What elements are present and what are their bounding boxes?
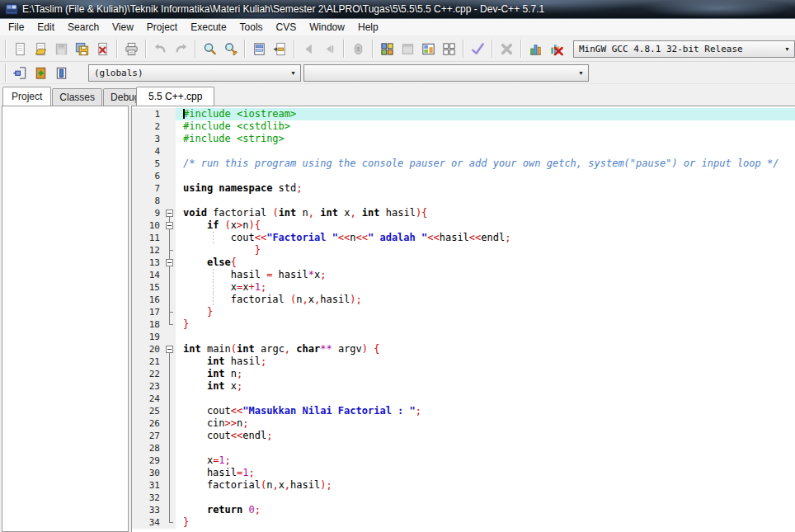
code-editor[interactable]: 1#include <iostream>2#include <cstdlib>3… bbox=[131, 106, 795, 532]
delete-profiling-button[interactable] bbox=[546, 39, 567, 59]
code-text[interactable]: hasil = hasil*x; bbox=[176, 269, 795, 281]
code-text[interactable] bbox=[176, 145, 795, 158]
code-text[interactable]: int x; bbox=[176, 380, 795, 393]
fold-marker[interactable] bbox=[164, 343, 176, 355]
code-text[interactable]: x=1; bbox=[176, 454, 795, 467]
code-text[interactable]: factorial(n,x,hasil); bbox=[176, 479, 795, 492]
replace-button[interactable] bbox=[220, 39, 241, 59]
profile-button[interactable] bbox=[525, 39, 546, 59]
line-number: 19 bbox=[132, 331, 164, 343]
fold-column bbox=[164, 281, 176, 294]
code-text[interactable]: } bbox=[176, 318, 795, 331]
code-text[interactable]: if (x>n){ bbox=[176, 219, 795, 232]
editor-tab[interactable]: 5.5 C++.cpp bbox=[136, 87, 214, 106]
code-text[interactable] bbox=[176, 442, 795, 454]
save-all-button[interactable] bbox=[72, 39, 92, 59]
line-number: 17 bbox=[132, 306, 164, 318]
forward-button[interactable] bbox=[319, 39, 340, 59]
new-source-button[interactable] bbox=[10, 63, 31, 83]
line-number: 3 bbox=[132, 133, 164, 145]
open-file-button[interactable] bbox=[31, 39, 51, 59]
compiler-select[interactable]: MinGW GCC 4.8.1 32-bit Release ▼ bbox=[573, 40, 795, 58]
code-text[interactable] bbox=[176, 331, 795, 343]
code-line: 22 int n; bbox=[132, 368, 795, 380]
class-browser-member-select[interactable]: ▼ bbox=[303, 64, 589, 82]
menu-execute[interactable]: Execute bbox=[184, 19, 233, 35]
code-text[interactable]: /* run this program using the console pa… bbox=[176, 158, 795, 170]
code-text[interactable]: } bbox=[176, 306, 795, 318]
syntax-check-button[interactable] bbox=[468, 39, 488, 59]
remove-from-project-button[interactable] bbox=[51, 63, 72, 83]
menu-edit[interactable]: Edit bbox=[31, 19, 61, 35]
redo-button[interactable] bbox=[171, 39, 191, 59]
line-number: 5 bbox=[132, 158, 164, 170]
code-text[interactable] bbox=[176, 195, 795, 207]
menu-file[interactable]: File bbox=[2, 19, 31, 35]
tab-project[interactable]: Project bbox=[2, 87, 51, 106]
goto-line-icon bbox=[252, 41, 267, 57]
tab-classes[interactable]: Classes bbox=[52, 88, 102, 106]
code-text[interactable]: using namespace std; bbox=[176, 182, 795, 195]
abort-button[interactable] bbox=[496, 39, 517, 59]
fold-column bbox=[164, 368, 176, 380]
new-file-button[interactable] bbox=[10, 39, 31, 59]
close-file-button[interactable] bbox=[92, 39, 113, 59]
code-text[interactable]: } bbox=[176, 244, 795, 257]
code-text[interactable]: #include <iostream> bbox=[176, 108, 795, 120]
menu-view[interactable]: View bbox=[106, 19, 140, 35]
find-button[interactable] bbox=[200, 39, 220, 59]
compile-run-button[interactable] bbox=[418, 39, 439, 59]
add-to-project-button[interactable] bbox=[31, 63, 51, 83]
code-text[interactable]: else{ bbox=[176, 257, 795, 269]
print-icon bbox=[124, 41, 139, 57]
debug-button[interactable] bbox=[348, 39, 369, 59]
code-text[interactable]: return 0; bbox=[176, 504, 795, 516]
code-text[interactable]: cin>>n; bbox=[176, 417, 795, 430]
code-text[interactable]: x=x+1; bbox=[176, 281, 795, 294]
line-number: 33 bbox=[132, 504, 164, 516]
code-text[interactable]: #include <cstdlib> bbox=[176, 120, 795, 133]
fold-column bbox=[164, 417, 176, 430]
menu-window[interactable]: Window bbox=[303, 19, 351, 35]
fold-column bbox=[164, 120, 176, 133]
code-text[interactable] bbox=[176, 170, 795, 182]
code-text[interactable]: int n; bbox=[176, 368, 795, 380]
code-text[interactable]: } bbox=[176, 516, 795, 529]
code-text[interactable]: hasil=1; bbox=[176, 467, 795, 479]
menu-cvs[interactable]: CVS bbox=[270, 19, 303, 35]
code-text[interactable]: cout<<endl; bbox=[176, 430, 795, 442]
toolbar-separator bbox=[372, 40, 374, 58]
code-text[interactable] bbox=[176, 393, 795, 405]
undo-button[interactable] bbox=[150, 39, 171, 59]
code-line: 32 bbox=[132, 492, 795, 504]
fold-marker[interactable] bbox=[164, 219, 176, 232]
print-button[interactable] bbox=[121, 39, 142, 59]
goto-line-button[interactable] bbox=[249, 39, 270, 59]
debug-icon bbox=[350, 41, 366, 57]
class-browser-scope-select[interactable]: (globals) ▼ bbox=[88, 64, 301, 82]
menu-search[interactable]: Search bbox=[61, 19, 106, 35]
code-text[interactable]: factorial (n,x,hasil); bbox=[176, 294, 795, 306]
code-text[interactable]: cout<<"Masukkan Nilai Factorial : "; bbox=[176, 405, 795, 417]
code-text[interactable]: cout<<"Factorial "<<n<<" adalah "<<hasil… bbox=[176, 232, 795, 244]
save-button[interactable] bbox=[51, 39, 72, 59]
code-text[interactable]: #include <string> bbox=[176, 133, 795, 145]
menu-project[interactable]: Project bbox=[140, 19, 184, 35]
code-text[interactable]: int hasil; bbox=[176, 355, 795, 368]
menu-tools[interactable]: Tools bbox=[233, 19, 270, 35]
code-line: 8 bbox=[132, 195, 795, 207]
fold-marker[interactable] bbox=[164, 207, 176, 219]
rebuild-all-button[interactable] bbox=[439, 39, 459, 59]
fold-column bbox=[164, 108, 176, 120]
insert-button[interactable] bbox=[270, 39, 290, 59]
run-button[interactable] bbox=[398, 39, 418, 59]
code-line: 4 bbox=[132, 145, 795, 158]
code-text[interactable]: int main(int argc, char** argv) { bbox=[176, 343, 795, 355]
menu-help[interactable]: Help bbox=[351, 19, 385, 35]
back-button[interactable] bbox=[299, 39, 319, 59]
code-text[interactable] bbox=[176, 492, 795, 504]
compile-button[interactable] bbox=[377, 39, 398, 59]
code-text[interactable]: void factorial (int n, int x, int hasil)… bbox=[176, 207, 795, 219]
line-number: 30 bbox=[132, 467, 164, 479]
fold-marker[interactable] bbox=[164, 257, 176, 269]
